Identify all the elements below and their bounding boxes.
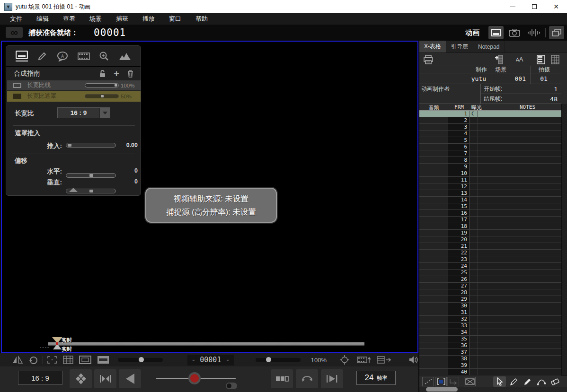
frame-number-cell[interactable]: 7 [448,150,470,157]
add-guide-icon[interactable]: + [114,70,119,77]
maximize-button[interactable] [523,0,545,13]
exposure-cell[interactable] [470,303,518,309]
audio-cell[interactable] [419,369,448,375]
exposure-cell[interactable] [470,309,518,315]
frame-rate-button[interactable]: 24 帧率 [356,371,396,385]
notes-cell[interactable] [518,276,561,282]
menu-scene[interactable]: 场景 [82,13,109,25]
shortplay-button[interactable] [70,369,92,388]
frame-number-cell[interactable]: 17 [448,217,470,223]
frame-number-cell[interactable]: 16 [448,210,470,216]
frame-number-cell[interactable]: 32 [448,316,470,322]
frame-number-cell[interactable]: 40 [448,369,470,375]
audio-cell[interactable] [419,124,448,130]
menu-view[interactable]: 查看 [56,13,82,25]
exposure-cell[interactable] [470,210,518,216]
notes-cell[interactable] [518,342,561,348]
frame-number-cell[interactable]: 36 [448,342,470,348]
minimize-button[interactable] [502,0,523,13]
table-row[interactable]: 5 [419,137,561,144]
flip-horizontal-icon[interactable] [12,356,23,364]
exposure-cell[interactable] [470,362,518,368]
audio-cell[interactable] [419,203,448,209]
exposure-cell[interactable] [470,230,518,236]
audio-cell[interactable] [419,289,448,296]
table-row[interactable]: 36 [419,342,561,349]
audio-cell[interactable] [419,117,448,123]
notes-cell[interactable] [518,349,561,355]
close-button[interactable]: ✕ [545,0,567,13]
table-row[interactable]: 28 [419,289,561,296]
notes-cell[interactable] [518,157,561,163]
table-row[interactable]: 22 [419,250,561,256]
zoom-slider[interactable] [256,358,301,362]
audio-cell[interactable] [419,150,448,157]
filmstrip-tab-icon[interactable] [78,52,90,61]
exposure-cell[interactable] [470,243,518,249]
frame-number-cell[interactable]: 14 [448,197,470,203]
frame-number-cell[interactable]: 27 [448,283,470,289]
exposure-cell[interactable] [470,369,518,375]
exposure-cell[interactable] [470,322,518,329]
magnifier-tab-icon[interactable] [99,51,109,61]
exposure-cell[interactable]: C [470,111,518,117]
frame-number-cell[interactable]: 19 [448,230,470,236]
notes-cell[interactable] [518,289,561,296]
table-row[interactable]: 35 [419,336,561,342]
table-row[interactable]: 13 [419,190,561,197]
table-row[interactable]: 32 [419,316,561,322]
exposure-cell[interactable] [470,170,518,176]
curve-tool-icon[interactable] [535,376,548,387]
frame-number-cell[interactable]: 3 [448,124,470,130]
aspect-mask-toggle-icon[interactable] [97,356,109,364]
audio-cell[interactable] [419,190,448,196]
notes-cell[interactable] [518,124,561,130]
exposure-cell[interactable] [470,342,518,348]
exposure-cell[interactable] [470,336,518,342]
frame-number-cell[interactable]: 12 [448,183,470,190]
cinematography-workspace-button[interactable] [507,26,522,39]
frame-number-cell[interactable]: 10 [448,170,470,176]
notes-cell[interactable] [518,131,561,137]
audio-cell[interactable] [419,263,448,269]
play-to-end-button[interactable] [321,369,343,388]
audio-cell[interactable] [419,356,448,362]
table-row[interactable]: 25 [419,270,561,276]
loop-playback-button[interactable] [296,369,318,388]
table-row[interactable]: 15 [419,203,561,210]
table-row[interactable]: 1C [419,111,561,117]
audio-cell[interactable] [419,276,448,282]
mini-toggle[interactable] [226,383,237,389]
frame-number-cell[interactable]: 34 [448,329,470,335]
black-out-button[interactable] [94,369,116,388]
notes-cell[interactable] [518,230,561,236]
notes-cell[interactable] [518,183,561,190]
audio-cell[interactable] [419,230,448,236]
menu-help[interactable]: 帮助 [188,13,215,25]
scene-value[interactable]: 001 [491,73,531,84]
crop-marks-icon[interactable] [47,356,57,364]
frame-number-cell[interactable]: 28 [448,289,470,296]
table-row[interactable]: 6 [419,144,561,150]
animation-workspace-button[interactable] [488,26,504,39]
exposure-cell[interactable] [470,289,518,296]
collapse-panel-arrow-icon[interactable] [69,188,78,192]
notes-cell[interactable] [518,316,561,322]
audio-workspace-button[interactable] [526,26,542,39]
table-row[interactable]: 34 [419,329,561,336]
frame-number-cell[interactable]: 22 [448,250,470,256]
notes-cell[interactable] [518,144,561,150]
audio-cell[interactable] [419,309,448,315]
table-row[interactable]: 17 [419,217,561,223]
exposure-cell[interactable] [470,137,518,143]
notes-cell[interactable] [518,177,561,183]
opacity-slider[interactable] [85,94,119,98]
notes-cell[interactable] [518,369,561,375]
frame-number-cell[interactable]: 20 [448,236,470,243]
audio-cell[interactable] [419,164,448,170]
notes-cell[interactable] [518,296,561,302]
table-row[interactable]: 7 [419,150,561,157]
delete-exposure-icon[interactable] [464,377,476,386]
frame-number-cell[interactable]: 4 [448,131,470,137]
audio-cell[interactable] [419,144,448,150]
